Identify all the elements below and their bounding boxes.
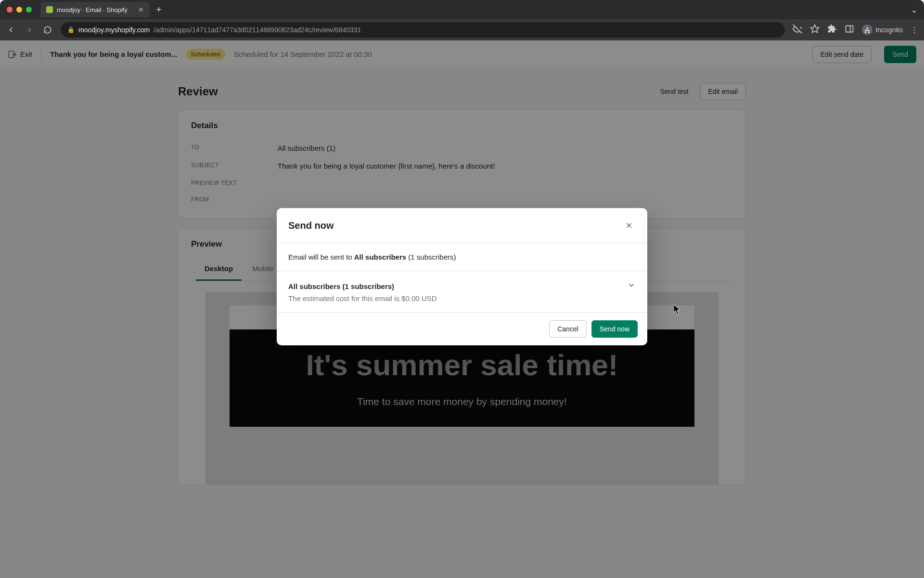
modal-title: Send now [288,220,334,231]
svg-rect-1 [846,26,853,32]
reload-button[interactable] [42,26,53,34]
browser-tab[interactable]: moodjoy · Email · Shopify ✕ [40,2,150,17]
tab-title: moodjoy · Email · Shopify [57,6,128,13]
shopify-favicon-icon [46,6,53,13]
side-panel-icon[interactable] [845,24,854,36]
star-icon[interactable] [810,24,820,36]
cost-text: The estimated cost for this email is $0.… [288,294,636,302]
disclosure-title: All subscribers (1 subscribers) [288,282,394,290]
address-bar[interactable]: 🔒 moodjoy.myshopify.com/admin/apps/14711… [61,22,785,38]
back-button[interactable] [6,26,16,34]
profile-incognito[interactable]: Incognito [862,25,903,35]
new-tab-button[interactable]: + [156,5,162,15]
window-zoom-icon[interactable] [26,7,32,13]
close-icon[interactable] [622,219,636,232]
lock-icon: 🔒 [67,26,75,33]
window-close-icon[interactable] [7,7,13,13]
extensions-icon[interactable] [827,24,837,36]
send-now-confirm-button[interactable]: Send now [591,320,638,338]
svg-marker-0 [811,25,819,33]
incognito-icon [862,25,873,35]
forward-button[interactable] [24,26,35,34]
modal-overlay[interactable]: Send now Email will be sent to All subsc… [0,40,924,578]
browser-menu-icon[interactable]: ⋮ [911,26,918,35]
cancel-button[interactable]: Cancel [549,320,587,338]
browser-tab-bar: moodjoy · Email · Shopify ✕ + ⌄ [0,0,924,19]
modal-body-text: Email will be sent to All subscribers (1… [277,243,647,271]
url-host: moodjoy.myshopify.com [78,26,150,34]
chevron-down-icon [627,281,636,291]
window-controls [7,7,32,13]
subscribers-disclosure[interactable]: All subscribers (1 subscribers) The esti… [277,271,647,312]
browser-toolbar: 🔒 moodjoy.myshopify.com/admin/apps/14711… [0,19,924,40]
close-tab-icon[interactable]: ✕ [138,6,144,13]
tab-overflow-icon[interactable]: ⌄ [911,5,917,14]
eye-off-icon[interactable] [793,24,802,36]
send-now-modal: Send now Email will be sent to All subsc… [277,208,647,345]
window-minimize-icon[interactable] [16,7,22,13]
url-path: /admin/apps/14711ad7477a3d0211488990623a… [154,26,361,34]
